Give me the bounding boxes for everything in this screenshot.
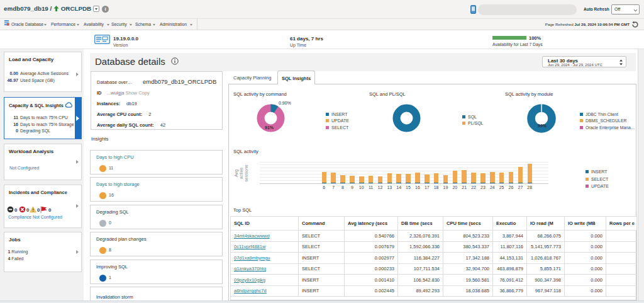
- svg-text:0: 0: [14, 207, 18, 213]
- svg-text:0: 0: [37, 207, 40, 213]
- svg-text:0: 0: [26, 207, 30, 213]
- svg-text:0: 0: [48, 207, 52, 213]
